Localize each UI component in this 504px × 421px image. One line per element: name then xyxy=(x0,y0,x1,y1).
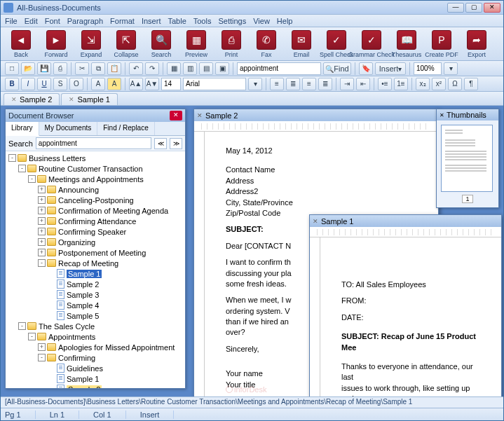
tree-toggle-icon[interactable]: - xyxy=(38,259,46,267)
tree-toggle-icon[interactable]: + xyxy=(38,186,46,193)
save-button[interactable]: 💾 xyxy=(37,62,51,75)
sizeup-button[interactable]: A▲ xyxy=(129,78,143,90)
menu-format[interactable]: Format xyxy=(110,17,135,25)
preview-button[interactable]: ▦Preview xyxy=(180,30,212,58)
tree-toggle-icon[interactable]: - xyxy=(8,154,16,162)
email-button[interactable]: ✉Email xyxy=(285,30,318,58)
bookmark-button[interactable]: 🔖 xyxy=(359,62,373,75)
paste-button[interactable]: 📋 xyxy=(107,62,121,75)
tree-document[interactable]: Sample 1 xyxy=(7,373,184,384)
fax-button[interactable]: ✆Fax xyxy=(250,30,282,58)
tree-folder[interactable]: -Meetings and Appointments xyxy=(7,174,184,184)
back-button[interactable]: ◄Back xyxy=(5,30,37,58)
symbol-button[interactable]: Ω xyxy=(448,78,462,90)
minimize-button[interactable]: — xyxy=(447,3,464,13)
document-tree[interactable]: -Business Letters-Routine Customer Trans… xyxy=(6,151,185,388)
doc-window-sample-1[interactable]: ✕Sample 1 TO: All Sales Employees FROM: … xyxy=(309,214,502,396)
redo-button[interactable]: ↷ xyxy=(145,62,159,75)
tree-folder[interactable]: +Canceling-Postponing xyxy=(7,195,184,205)
bullets-button[interactable]: •≡ xyxy=(378,78,392,90)
table-button[interactable]: ▦ xyxy=(167,62,181,75)
tab-close-icon[interactable]: ✕ xyxy=(11,96,17,103)
collapse-button[interactable]: ⇱Collapse xyxy=(110,30,142,58)
expand-button[interactable]: ⇲Expand xyxy=(75,30,107,58)
tree-document[interactable]: Sample 1 xyxy=(7,268,184,279)
close-doc-icon[interactable]: ✕ xyxy=(313,218,318,225)
maximize-button[interactable]: ▢ xyxy=(465,3,482,13)
rows-button[interactable]: ▤ xyxy=(199,62,213,75)
tree-folder[interactable]: +Confirming Speaker xyxy=(7,226,184,237)
tree-folder[interactable]: +Postponement of Meeting xyxy=(7,247,184,258)
search-button[interactable]: 🔍Search xyxy=(145,30,177,58)
close-doc-icon[interactable]: ✕ xyxy=(197,112,203,119)
menu-edit[interactable]: Edit xyxy=(25,17,38,25)
insert-button[interactable]: Insert▾ xyxy=(375,62,406,75)
subscript-button[interactable]: x₂ xyxy=(416,78,430,90)
tree-toggle-icon[interactable]: + xyxy=(38,207,46,214)
bold-button[interactable]: B xyxy=(5,78,19,90)
tree-folder[interactable]: -Routine Customer Transaction xyxy=(7,163,184,174)
create-pdf-button[interactable]: PCreate PDF xyxy=(425,30,458,58)
browser-tab-mydocs[interactable]: My Documents xyxy=(39,122,98,135)
doc-header[interactable]: ✕Sample 2 xyxy=(194,109,438,121)
fontcolor-button[interactable]: A xyxy=(91,78,105,90)
thumbnail-page-1[interactable] xyxy=(441,125,493,192)
cut-button[interactable]: ✂ xyxy=(75,62,89,75)
tree-toggle-icon[interactable]: + xyxy=(38,228,46,235)
menu-paragraph[interactable]: Paragraph xyxy=(67,17,103,25)
menu-table[interactable]: Table xyxy=(168,17,186,25)
tree-toggle-icon[interactable]: + xyxy=(38,343,46,351)
browser-tab-find[interactable]: Find / Replace xyxy=(97,122,154,135)
menu-view[interactable]: View xyxy=(253,17,270,25)
tree-folder[interactable]: +Apologies for Missed Appointment xyxy=(7,342,184,352)
fontname-input[interactable] xyxy=(183,78,246,90)
zoom-input[interactable] xyxy=(414,62,442,75)
new-button[interactable]: □ xyxy=(5,62,19,75)
tab-sample-1[interactable]: ✕Sample 1 xyxy=(61,93,117,105)
italic-button[interactable]: I xyxy=(21,78,35,90)
thumbnails-panel[interactable]: ✕Thumbnails 1 xyxy=(436,109,499,208)
tree-toggle-icon[interactable]: - xyxy=(28,175,36,183)
tab-sample-2[interactable]: ✕Sample 2 xyxy=(4,93,60,105)
search-prev-button[interactable]: ≪ xyxy=(154,138,167,149)
print-button[interactable]: ⎙Print xyxy=(215,30,247,58)
sizedown-button[interactable]: A▼ xyxy=(145,78,159,90)
export-button[interactable]: ➦Export xyxy=(461,30,493,58)
tree-document[interactable]: Sample 2 xyxy=(7,279,184,289)
tree-folder[interactable]: +Confirming Attendance xyxy=(7,216,184,226)
close-icon[interactable]: ✕ xyxy=(440,112,444,118)
tree-toggle-icon[interactable]: + xyxy=(38,217,46,225)
copy-button[interactable]: ⧉ xyxy=(91,62,105,75)
find-button[interactable]: 🔍Find xyxy=(323,62,351,75)
outdent-button[interactable]: ⇤ xyxy=(356,78,370,90)
menu-help[interactable]: Help xyxy=(277,17,293,25)
indent-button[interactable]: ⇥ xyxy=(340,78,354,90)
menu-insert[interactable]: Insert xyxy=(142,17,161,25)
document-browser[interactable]: Document Browser✕ Library My Documents F… xyxy=(5,109,186,389)
close-button[interactable]: ✕ xyxy=(484,3,500,13)
columns-button[interactable]: ▥ xyxy=(183,62,197,75)
undo-button[interactable]: ↶ xyxy=(129,62,143,75)
tree-document[interactable]: Sample 4 xyxy=(7,300,184,310)
highlight-button[interactable]: A xyxy=(107,78,121,90)
forward-button[interactable]: ►Forward xyxy=(40,30,72,58)
thesaurus-button[interactable]: 📖Thesaurus xyxy=(390,30,423,58)
align-right-button[interactable]: ≡ xyxy=(302,78,316,90)
browser-search-input[interactable] xyxy=(36,137,151,149)
menu-settings[interactable]: Settings xyxy=(218,17,246,25)
align-justify-button[interactable]: ≣ xyxy=(318,78,332,90)
numbering-button[interactable]: 1≡ xyxy=(394,78,408,90)
print-button[interactable]: ⎙ xyxy=(53,62,67,75)
tree-folder[interactable]: -Confirming xyxy=(7,352,184,363)
tree-folder[interactable]: +Confirmation of Meeting Agenda xyxy=(7,205,184,216)
menu-file[interactable]: File xyxy=(5,17,18,25)
tree-folder[interactable]: -Appointments xyxy=(7,331,184,342)
superscript-button[interactable]: x² xyxy=(432,78,446,90)
tree-toggle-icon[interactable]: - xyxy=(38,354,46,361)
tree-toggle-icon[interactable]: - xyxy=(18,322,26,330)
underline-button[interactable]: U xyxy=(37,78,51,90)
zoom-dropdown[interactable]: ▾ xyxy=(444,62,458,75)
menu-font[interactable]: Font xyxy=(45,17,60,25)
fontname-dropdown[interactable]: ▾ xyxy=(248,78,262,90)
tab-close-icon[interactable]: ✕ xyxy=(69,96,74,103)
